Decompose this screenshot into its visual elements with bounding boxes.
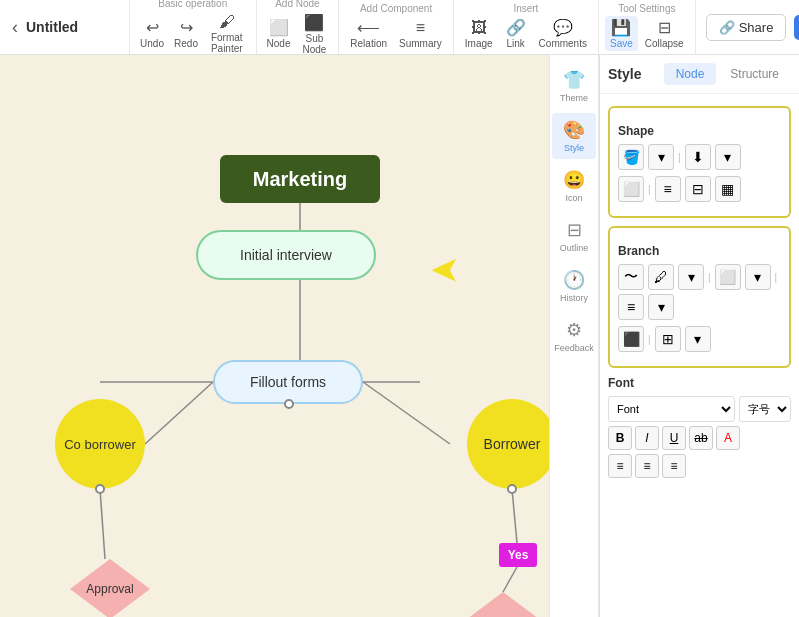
text-align2-button[interactable]: ⊟ bbox=[685, 176, 711, 202]
align-left-button[interactable]: ≡ bbox=[608, 454, 632, 478]
node-co-borrower[interactable]: Co borrower bbox=[55, 399, 145, 489]
basic-operation-label: Basic operation bbox=[158, 0, 227, 9]
branch-border2-button[interactable]: ⊞ bbox=[655, 326, 681, 352]
svg-line-2 bbox=[145, 382, 213, 444]
branch-style-button[interactable]: 〜 bbox=[618, 264, 644, 290]
branch-border2-dropdown[interactable]: ▾ bbox=[685, 326, 711, 352]
text-align3-button[interactable]: ▦ bbox=[715, 176, 741, 202]
bold-button[interactable]: B bbox=[608, 426, 632, 450]
node-borrower[interactable]: Borrower bbox=[467, 399, 557, 489]
sidebar-item-icon[interactable]: 😀 Icon bbox=[552, 163, 596, 209]
fill-dropdown-button[interactable]: ▾ bbox=[648, 144, 674, 170]
collapse-button[interactable]: ⊟Collapse bbox=[640, 16, 689, 51]
branch-align-button[interactable]: ≡ bbox=[618, 294, 644, 320]
branch-section-title: Branch bbox=[618, 244, 781, 258]
panel-header: Style Node Structure bbox=[600, 55, 799, 94]
branch-section: Branch 〜 🖊 ▾ | ⬜ ▾ | ≡ ▾ ⬛ | ⊞ ▾ bbox=[608, 226, 791, 368]
summary-button[interactable]: ≡Summary bbox=[394, 17, 447, 51]
theme-icon: 👕 bbox=[563, 69, 585, 91]
outline-icon: ⊟ bbox=[567, 219, 582, 241]
sidebar-item-theme[interactable]: 👕 Theme bbox=[552, 63, 596, 109]
shape-rect-button[interactable]: ⬜ bbox=[618, 176, 644, 202]
title-area: ‹ Untitled bbox=[0, 0, 130, 54]
shape-row-1: 🪣 ▾ | ⬇ ▾ bbox=[618, 144, 781, 170]
align-right-button[interactable]: ≡ bbox=[662, 454, 686, 478]
underline-button[interactable]: U bbox=[662, 426, 686, 450]
share-button[interactable]: 🔗 Share bbox=[706, 14, 787, 41]
font-color-button[interactable]: A bbox=[716, 426, 740, 450]
toolbar: ‹ Untitled Basic operation ↩Undo ↪Redo 🖌… bbox=[0, 0, 799, 55]
node-approval-right[interactable]: Approval bbox=[463, 592, 543, 617]
right-actions: 🔗 Share ⬆ Export bbox=[696, 0, 799, 54]
comments-button[interactable]: 💬Comments bbox=[534, 16, 592, 51]
branch-rect-dropdown[interactable]: ▾ bbox=[745, 264, 771, 290]
font-align-row: ≡ ≡ ≡ bbox=[608, 454, 791, 478]
italic-button[interactable]: I bbox=[635, 426, 659, 450]
node-fillout-forms[interactable]: Fillout forms bbox=[213, 360, 363, 404]
yellow-arrow-indicator: ➤ bbox=[430, 250, 460, 292]
font-size-select[interactable]: 字号 bbox=[739, 396, 791, 422]
panel-content: Shape 🪣 ▾ | ⬇ ▾ ⬜ | ≡ ⊟ ▦ Branch 〜 🖊 bbox=[600, 98, 799, 486]
feedback-icon: ⚙ bbox=[566, 319, 582, 341]
side-icon-bar: 👕 Theme 🎨 Style 😀 Icon ⊟ Outline 🕐 Histo… bbox=[549, 55, 599, 617]
add-node-group: Add Node ⬜Node ⬛Sub Node bbox=[257, 0, 340, 54]
sub-node-button[interactable]: ⬛Sub Node bbox=[297, 11, 333, 57]
sidebar-item-history[interactable]: 🕐 History bbox=[552, 263, 596, 309]
sidebar-item-outline[interactable]: ⊟ Outline bbox=[552, 213, 596, 259]
text-align-button[interactable]: ≡ bbox=[655, 176, 681, 202]
history-icon: 🕐 bbox=[563, 269, 585, 291]
panel-title: Style bbox=[608, 66, 641, 82]
shape-sep-1: | bbox=[678, 152, 681, 163]
shape-section-title: Shape bbox=[618, 124, 781, 138]
tab-node[interactable]: Node bbox=[664, 63, 717, 85]
branch-align2-button[interactable]: ⬛ bbox=[618, 326, 644, 352]
node-marketing[interactable]: Marketing bbox=[220, 155, 380, 203]
export-button[interactable]: ⬆ Export bbox=[794, 15, 799, 40]
svg-line-7 bbox=[503, 567, 517, 592]
svg-line-6 bbox=[512, 489, 517, 543]
shape-row-2: ⬜ | ≡ ⊟ ▦ bbox=[618, 176, 781, 202]
link-button[interactable]: 🔗Link bbox=[500, 16, 532, 51]
format-painter-button[interactable]: 🖌Format Painter bbox=[204, 11, 250, 56]
node-yes[interactable]: Yes bbox=[499, 543, 537, 567]
tab-structure[interactable]: Structure bbox=[718, 63, 791, 85]
align-center-button[interactable]: ≡ bbox=[635, 454, 659, 478]
redo-button[interactable]: ↪Redo bbox=[170, 16, 202, 51]
undo-button[interactable]: ↩Undo bbox=[136, 16, 168, 51]
border-icon-button[interactable]: ⬇ bbox=[685, 144, 711, 170]
tool-settings-group: Tool Settings 💾Save ⊟Collapse bbox=[599, 0, 696, 54]
strikethrough-button[interactable]: ab bbox=[689, 426, 713, 450]
font-section: Font Font 字号 B I U ab A ≡ ≡ ≡ bbox=[608, 376, 791, 478]
add-component-group: Add Component ⟵Relation ≡Summary bbox=[339, 0, 454, 54]
branch-color-button[interactable]: 🖊 bbox=[648, 264, 674, 290]
font-family-select[interactable]: Font bbox=[608, 396, 735, 422]
basic-operation-group: Basic operation ↩Undo ↪Redo 🖌Format Pain… bbox=[130, 0, 257, 54]
canvas-inner[interactable]: Marketing Initial interview Fillout form… bbox=[0, 55, 599, 617]
image-button[interactable]: 🖼Image bbox=[460, 17, 498, 51]
branch-rect-button[interactable]: ⬜ bbox=[715, 264, 741, 290]
save-button[interactable]: 💾Save bbox=[605, 16, 638, 51]
branch-color-dropdown[interactable]: ▾ bbox=[678, 264, 704, 290]
fill-color-button[interactable]: 🪣 bbox=[618, 144, 644, 170]
relation-button[interactable]: ⟵Relation bbox=[345, 16, 392, 51]
font-section-title: Font bbox=[608, 376, 791, 390]
svg-line-3 bbox=[363, 382, 450, 444]
tool-settings-label: Tool Settings bbox=[618, 3, 675, 14]
branch-sep-1: | bbox=[708, 272, 711, 283]
node-initial-interview[interactable]: Initial interview bbox=[196, 230, 376, 280]
sidebar-item-feedback[interactable]: ⚙ Feedback bbox=[552, 313, 596, 359]
sidebar-item-style[interactable]: 🎨 Style bbox=[552, 113, 596, 159]
shape-sep-2: | bbox=[648, 184, 651, 195]
conn-dot-co-borrower-bottom bbox=[95, 484, 105, 494]
node-button[interactable]: ⬜Node bbox=[263, 16, 295, 51]
icon-icon: 😀 bbox=[563, 169, 585, 191]
border-dropdown-button[interactable]: ▾ bbox=[715, 144, 741, 170]
add-node-label: Add Node bbox=[275, 0, 319, 9]
node-approval-left[interactable]: Approval bbox=[70, 559, 150, 617]
add-component-label: Add Component bbox=[360, 3, 432, 14]
conn-dot-fillout-bottom bbox=[284, 399, 294, 409]
font-style-row: B I U ab A bbox=[608, 426, 791, 450]
back-button[interactable]: ‹ bbox=[12, 17, 18, 38]
branch-align-dropdown[interactable]: ▾ bbox=[648, 294, 674, 320]
insert-label: Insert bbox=[513, 3, 538, 14]
